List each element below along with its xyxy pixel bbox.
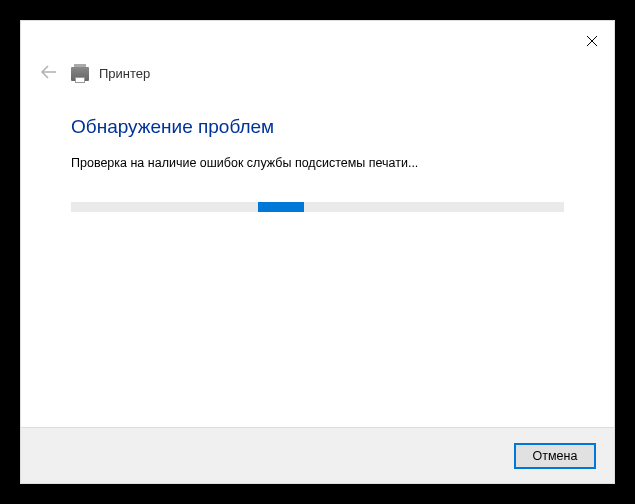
printer-icon <box>71 67 89 81</box>
back-arrow-icon <box>37 61 61 86</box>
progress-indicator <box>258 202 304 212</box>
close-icon <box>587 36 597 46</box>
page-heading: Обнаружение проблем <box>71 116 564 138</box>
troubleshooter-window: Принтер Обнаружение проблем Проверка на … <box>20 20 615 484</box>
titlebar <box>21 21 614 61</box>
cancel-button[interactable]: Отмена <box>514 443 596 469</box>
content-area: Обнаружение проблем Проверка на наличие … <box>21 96 614 427</box>
progress-bar <box>71 202 564 212</box>
footer: Отмена <box>21 427 614 483</box>
header: Принтер <box>21 61 614 96</box>
header-title: Принтер <box>99 66 150 81</box>
status-text: Проверка на наличие ошибок службы подсис… <box>71 156 564 170</box>
close-button[interactable] <box>580 29 604 53</box>
